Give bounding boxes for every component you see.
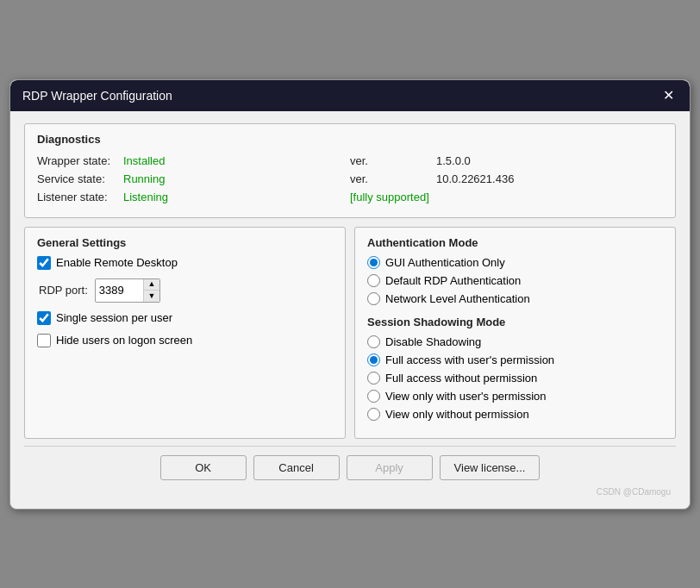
enable-remote-desktop-row: Enable Remote Desktop: [37, 256, 333, 270]
wrapper-version-value: 1.5.0.0: [436, 154, 471, 167]
general-settings-section: General Settings Enable Remote Desktop R…: [24, 227, 346, 439]
auth-nla-row: Network Level Authentication: [367, 292, 663, 305]
wrapper-state-row: Wrapper state: Installed: [37, 153, 350, 169]
auth-gui-label: GUI Authentication Only: [385, 256, 505, 269]
port-increment-button[interactable]: ▲: [144, 279, 159, 291]
wrapper-version-row: ver. 1.5.0.0: [350, 153, 663, 169]
rdp-port-row: RDP port: ▲ ▼: [39, 278, 333, 303]
hide-users-row: Hide users on logon screen: [37, 334, 333, 347]
shadow-disable-row: Disable Shadowing: [367, 335, 663, 348]
main-panels: General Settings Enable Remote Desktop R…: [24, 227, 676, 439]
auth-mode-label: Authentication Mode: [367, 236, 663, 249]
shadow-disable-radio[interactable]: [367, 335, 380, 348]
shadow-view-perm-row: View only with user's permission: [367, 390, 663, 403]
shadow-view-no-perm-label: View only without permission: [385, 408, 529, 421]
service-state-value: Running: [123, 172, 165, 185]
left-panel: General Settings Enable Remote Desktop R…: [24, 227, 346, 439]
apply-button[interactable]: Apply: [347, 455, 433, 480]
close-button[interactable]: ✕: [659, 89, 678, 103]
auth-rdp-radio[interactable]: [367, 274, 380, 287]
auth-rdp-row: Default RDP Authentication: [367, 274, 663, 287]
single-session-checkbox[interactable]: [37, 311, 51, 325]
shadow-view-no-perm-radio[interactable]: [367, 408, 380, 421]
ok-button[interactable]: OK: [160, 455, 247, 480]
title-bar: RDP Wrapper Configuration ✕: [10, 80, 690, 111]
auth-nla-label: Network Level Authentication: [385, 292, 530, 305]
shadow-full-no-perm-radio[interactable]: [367, 372, 380, 385]
spinner-arrows: ▲ ▼: [143, 279, 159, 302]
rdp-port-spinner: ▲ ▼: [95, 278, 160, 303]
listener-state-value: Listening: [123, 191, 168, 203]
shadow-view-perm-label: View only with user's permission: [385, 390, 546, 403]
service-version-value: 10.0.22621.436: [436, 172, 514, 185]
right-settings-section: Authentication Mode GUI Authentication O…: [354, 227, 676, 439]
rdp-port-input[interactable]: [96, 282, 143, 298]
buttons-row: OK Cancel Apply View license...: [24, 446, 676, 485]
shadow-full-no-perm-row: Full access without permission: [367, 372, 663, 385]
shadow-view-perm-radio[interactable]: [367, 390, 380, 403]
service-version-row: ver. 10.0.22621.436: [350, 171, 663, 187]
auth-gui-row: GUI Authentication Only: [367, 256, 663, 269]
listener-support-value: [fully supported]: [350, 191, 429, 203]
general-settings-label: General Settings: [37, 236, 333, 249]
listener-state-row: Listener state: Listening: [37, 189, 350, 205]
wrapper-state-value: Installed: [123, 154, 165, 167]
right-panel: Authentication Mode GUI Authentication O…: [354, 227, 676, 439]
single-session-row: Single session per user: [37, 311, 333, 325]
shadow-view-no-perm-row: View only without permission: [367, 408, 663, 421]
diagnostics-section: Diagnostics Wrapper state: Installed ver…: [24, 123, 676, 218]
rdp-port-label: RDP port:: [39, 284, 88, 297]
auth-gui-radio[interactable]: [367, 256, 380, 269]
enable-remote-desktop-checkbox[interactable]: [37, 256, 51, 270]
enable-remote-desktop-label: Enable Remote Desktop: [56, 256, 178, 269]
listener-support-row: [fully supported]: [350, 189, 663, 205]
shadow-full-perm-label: Full access with user's permission: [385, 353, 554, 366]
hide-users-label: Hide users on logon screen: [56, 334, 192, 347]
auth-rdp-label: Default RDP Authentication: [385, 274, 521, 287]
service-state-row: Service state: Running: [37, 171, 350, 187]
port-decrement-button[interactable]: ▼: [144, 291, 159, 302]
dialog-content: Diagnostics Wrapper state: Installed ver…: [10, 111, 690, 509]
shadow-disable-label: Disable Shadowing: [385, 335, 481, 348]
wrapper-ver-key: ver.: [350, 154, 436, 167]
shadow-full-perm-row: Full access with user's permission: [367, 353, 663, 366]
auth-nla-radio[interactable]: [367, 292, 380, 305]
wrapper-state-key: Wrapper state:: [37, 154, 123, 167]
session-shadowing-label: Session Shadowing Mode: [367, 316, 663, 328]
service-state-key: Service state:: [37, 172, 123, 185]
single-session-label: Single session per user: [56, 311, 172, 324]
dialog-title: RDP Wrapper Configuration: [22, 89, 172, 103]
view-license-button[interactable]: View license...: [440, 455, 541, 480]
shadow-full-no-perm-label: Full access without permission: [385, 372, 537, 385]
hide-users-checkbox[interactable]: [37, 334, 51, 347]
rdp-config-dialog: RDP Wrapper Configuration ✕ Diagnostics …: [9, 79, 691, 510]
listener-state-key: Listener state:: [37, 191, 123, 203]
watermark: CSDN @CDamogu: [24, 485, 676, 500]
shadow-full-perm-radio[interactable]: [367, 353, 380, 366]
cancel-button[interactable]: Cancel: [253, 455, 340, 480]
diagnostics-label: Diagnostics: [37, 133, 663, 146]
diagnostics-grid: Wrapper state: Installed ver. 1.5.0.0 Se…: [37, 153, 663, 205]
service-ver-key: ver.: [350, 172, 436, 185]
